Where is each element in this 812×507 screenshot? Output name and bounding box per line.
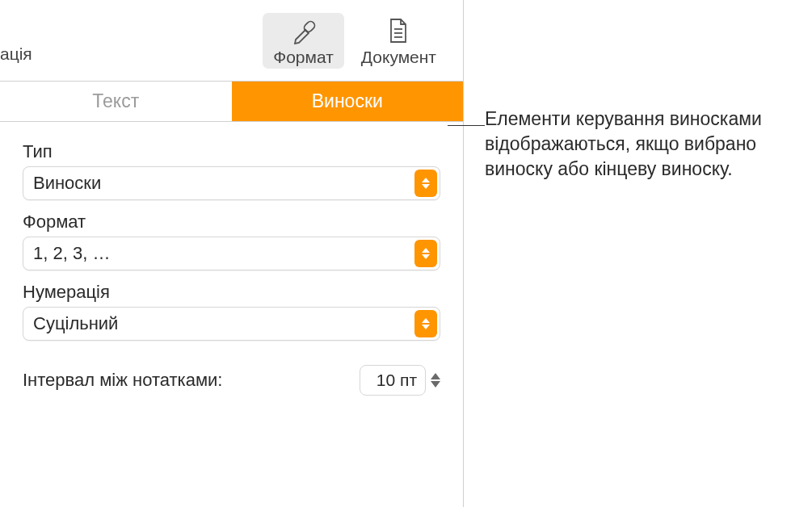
chevron-updown-icon — [414, 310, 437, 337]
numbering-value: Суцільний — [33, 313, 118, 334]
stepper-up-icon[interactable] — [431, 373, 440, 379]
format-select[interactable]: 1, 2, 3, … — [23, 237, 440, 270]
tab-footnotes[interactable]: Виноски — [232, 82, 464, 121]
stepper-buttons — [431, 373, 440, 388]
numbering-select[interactable]: Суцільний — [23, 307, 440, 341]
toolbar: ація Формат Документ — [0, 0, 463, 81]
format-button[interactable]: Формат — [263, 13, 344, 69]
tab-text[interactable]: Текст — [0, 82, 232, 121]
field-format: Формат 1, 2, 3, … — [23, 212, 440, 270]
field-numbering: Нумерація Суцільний — [23, 282, 440, 341]
chevron-updown-icon — [414, 170, 437, 197]
callout-text: Елементи керування виносками відображают… — [485, 107, 808, 182]
numbering-label: Нумерація — [23, 282, 440, 303]
callout-leader-line — [448, 125, 485, 126]
type-label: Тип — [23, 141, 440, 162]
spacing-label: Інтервал між нотатками: — [23, 370, 222, 391]
toolbar-cutoff-label: ація — [0, 44, 32, 64]
tabs: Текст Виноски — [0, 81, 463, 122]
format-field-label: Формат — [23, 212, 440, 233]
inspector-panel: ація Формат Документ — [0, 0, 464, 507]
chevron-updown-icon — [414, 240, 437, 267]
spacing-stepper — [360, 365, 440, 396]
format-label: Формат — [273, 48, 334, 67]
content-area: Тип Виноски Формат 1, 2, 3, … Нумерація … — [0, 122, 463, 415]
field-type: Тип Виноски — [23, 141, 440, 200]
type-value: Виноски — [33, 173, 101, 194]
stepper-down-icon[interactable] — [431, 381, 440, 388]
document-button[interactable]: Документ — [351, 13, 447, 69]
document-icon — [386, 17, 410, 46]
document-label: Документ — [361, 48, 436, 67]
format-value: 1, 2, 3, … — [33, 243, 110, 264]
format-icon — [291, 17, 317, 46]
type-select[interactable]: Виноски — [23, 166, 440, 200]
spacing-input[interactable] — [360, 365, 426, 396]
spacing-row: Інтервал між нотатками: — [23, 365, 440, 396]
